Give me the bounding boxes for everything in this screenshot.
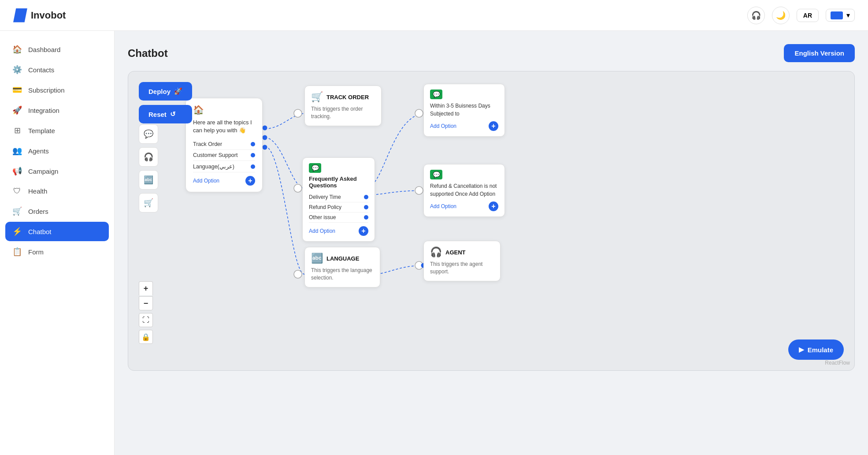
- sidebar-item-agents[interactable]: 👥 Agents: [5, 141, 109, 160]
- faq-green-icon: 💬: [309, 163, 321, 173]
- sidebar-item-campaign[interactable]: 📢 Campaign: [5, 161, 109, 181]
- chatbot-icon: ⚡: [12, 227, 22, 236]
- refund-node-text: Refund & Cancellation is not supported O…: [430, 182, 498, 198]
- zoom-out-button[interactable]: −: [139, 296, 153, 310]
- agents-icon: 👥: [12, 146, 22, 156]
- logo-icon: [13, 8, 27, 22]
- sidebar-item-chatbot[interactable]: ⚡ Chatbot: [5, 222, 109, 241]
- start-add-option-button[interactable]: +: [245, 176, 255, 186]
- agent-node-title: AGENT: [445, 249, 466, 256]
- track-node-desc: This triggers the order tracking.: [311, 105, 375, 120]
- sidebar-item-template[interactable]: ⊞ Template: [5, 121, 109, 140]
- zoom-controls: + − ⛶ 🔒: [139, 281, 153, 344]
- faq-add-option-button[interactable]: +: [359, 226, 368, 236]
- lang-node-title: LANGUAGE: [326, 255, 359, 262]
- faq-node[interactable]: 💬 Frequently Asked Questions Delivery Ti…: [302, 157, 375, 242]
- health-icon: 🛡: [12, 186, 22, 196]
- translate-node-icon: 🔤: [311, 253, 323, 264]
- subscription-icon: 💳: [12, 85, 22, 95]
- canvas-toolbar: Deploy 🚀 Reset ↺: [139, 82, 192, 123]
- orders-icon: 🛒: [12, 206, 22, 216]
- days-add-option-row: Add Option +: [430, 121, 498, 131]
- faq-option-other: Other issue: [309, 213, 368, 223]
- track-node-title: TRACK ORDER: [326, 94, 369, 101]
- start-node[interactable]: 🏠 Here are all the topics I can help you…: [185, 98, 263, 192]
- deploy-label: Deploy: [148, 88, 171, 95]
- faq-add-option-row: Add Option +: [309, 226, 368, 236]
- sidebar-label-agents: Agents: [28, 147, 49, 155]
- sidebar-item-integration[interactable]: 🚀 Integration: [5, 101, 109, 120]
- zoom-lock-button[interactable]: 🔒: [139, 330, 153, 344]
- page-header: Chatbot English Version: [128, 44, 855, 62]
- deploy-button[interactable]: Deploy 🚀: [139, 82, 192, 101]
- emulate-label: Emulate: [808, 346, 833, 354]
- sidebar-label-orders: Orders: [28, 208, 48, 215]
- svg-point-8: [263, 145, 267, 150]
- refund-node[interactable]: 💬 Refund & Cancellation is not supported…: [423, 164, 505, 217]
- option-language-label: Language(عربي): [193, 163, 234, 170]
- language-button[interactable]: AR: [797, 9, 819, 22]
- sidebar-label-chatbot: Chatbot: [28, 228, 52, 235]
- days-add-option-button[interactable]: +: [489, 121, 498, 131]
- start-add-option-label: Add Option: [193, 178, 219, 184]
- logo-text: Invobot: [31, 10, 66, 21]
- svg-point-1: [294, 184, 302, 192]
- sidebar-label-campaign: Campaign: [28, 168, 58, 175]
- sidebar: 🏠 Dashboard ⚙️ Contacts 💳 Subscription 🚀…: [0, 31, 115, 455]
- sidebar-item-form[interactable]: 📋 Form: [5, 242, 109, 261]
- profile-button[interactable]: ▾: [826, 9, 855, 22]
- refund-add-option-row: Add Option +: [430, 201, 498, 211]
- sidebar-label-dashboard: Dashboard: [28, 46, 60, 53]
- faq-other-label: Other issue: [309, 214, 336, 220]
- english-version-button[interactable]: English Version: [784, 44, 855, 62]
- flow-option-support: Customer Support: [193, 150, 255, 161]
- home-icon: 🏠: [12, 45, 22, 54]
- sidebar-item-orders[interactable]: 🛒 Orders: [5, 201, 109, 221]
- track-order-node[interactable]: 🛒 TRACK ORDER This triggers the order tr…: [304, 86, 382, 126]
- zoom-in-button[interactable]: +: [139, 281, 153, 295]
- reset-button[interactable]: Reset ↺: [139, 105, 192, 123]
- support-tool-button[interactable]: 🎧: [139, 147, 158, 167]
- header-actions: 🎧 🌙 AR ▾: [747, 7, 855, 24]
- emulate-button[interactable]: ▶ Emulate: [788, 339, 844, 360]
- translate-tool-button[interactable]: 🔤: [139, 170, 158, 190]
- days-add-option-label: Add Option: [430, 123, 456, 129]
- sidebar-label-subscription: Subscription: [28, 86, 65, 94]
- house-icon: 🏠: [193, 104, 204, 115]
- reset-label: Reset: [148, 111, 167, 118]
- refund-add-option-button[interactable]: +: [489, 201, 498, 211]
- contacts-icon: ⚙️: [12, 65, 22, 75]
- headset-button[interactable]: 🎧: [747, 7, 765, 24]
- dark-mode-button[interactable]: 🌙: [772, 7, 790, 24]
- svg-point-4: [415, 186, 423, 194]
- days-green-icon: 💬: [430, 90, 442, 99]
- days-node[interactable]: 💬 Within 3-5 Buisness Days Subjected to …: [423, 84, 505, 137]
- days-node-text: Within 3-5 Buisness Days Subjected to: [430, 102, 498, 118]
- faq-delivery-dot: [364, 195, 368, 199]
- faq-other-dot: [364, 215, 368, 220]
- sidebar-item-contacts[interactable]: ⚙️ Contacts: [5, 60, 109, 79]
- main-layout: 🏠 Dashboard ⚙️ Contacts 💳 Subscription 🚀…: [0, 0, 868, 455]
- svg-point-6: [263, 126, 267, 131]
- sidebar-item-subscription[interactable]: 💳 Subscription: [5, 80, 109, 100]
- chat-tool-button[interactable]: 💬: [139, 124, 158, 144]
- start-add-option-row: Add Option +: [193, 176, 255, 186]
- sidebar-item-dashboard[interactable]: 🏠 Dashboard: [5, 40, 109, 59]
- agent-node-desc: This triggers the agent support.: [430, 261, 494, 276]
- track-node-header: 🛒 TRACK ORDER: [311, 91, 375, 103]
- zoom-expand-button[interactable]: ⛶: [139, 313, 153, 327]
- svg-point-5: [415, 261, 423, 269]
- sidebar-label-integration: Integration: [28, 107, 59, 114]
- cart-node-icon: 🛒: [311, 91, 323, 103]
- faq-refund-label: Refund Policy: [309, 204, 341, 210]
- option-language-dot: [251, 164, 255, 169]
- option-support-label: Customer Support: [193, 152, 237, 158]
- agent-node[interactable]: 🎧 AGENT This triggers the agent support.: [423, 241, 501, 281]
- form-icon: 📋: [12, 247, 22, 257]
- cart-tool-button[interactable]: 🛒: [139, 193, 158, 213]
- language-node[interactable]: 🔤 LANGUAGE This triggers the language se…: [304, 247, 380, 287]
- sidebar-item-health[interactable]: 🛡 Health: [5, 182, 109, 201]
- flow-canvas[interactable]: Deploy 🚀 Reset ↺ 💬 🎧 🔤 🛒 🏠: [128, 71, 855, 371]
- faq-refund-dot: [364, 205, 368, 209]
- profile-chevron: ▾: [846, 11, 850, 19]
